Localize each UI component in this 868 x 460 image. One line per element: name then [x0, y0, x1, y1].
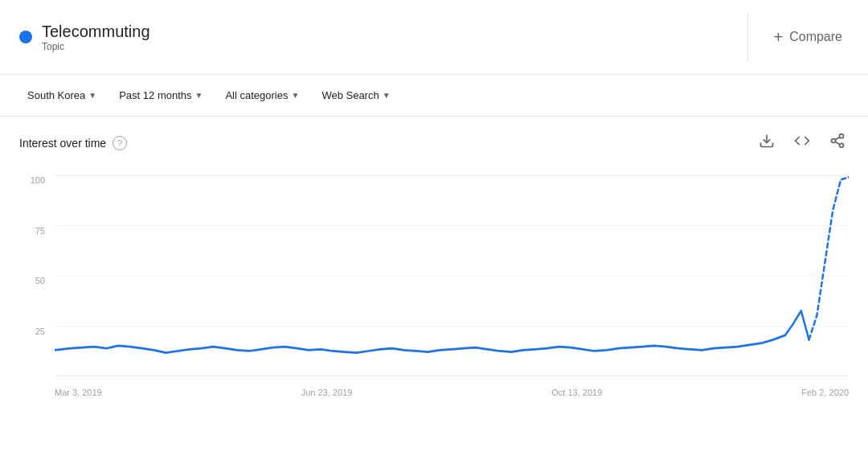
topic-title: Telecommuting [42, 23, 150, 41]
header: Telecommuting Topic + Compare [0, 0, 868, 75]
x-label-oct: Oct 13, 2019 [551, 388, 602, 397]
topic-info: Telecommuting Topic [42, 23, 150, 52]
topic-section: Telecommuting Topic [19, 23, 728, 52]
region-label: South Korea [27, 89, 85, 101]
y-label-25: 25 [35, 327, 45, 336]
search-type-chevron-icon: ▼ [383, 91, 391, 100]
compare-label: Compare [789, 30, 842, 44]
x-label-feb: Feb 2, 2020 [801, 388, 849, 397]
compare-button[interactable]: + Compare [768, 22, 850, 53]
category-label: All categories [225, 89, 288, 101]
svg-line-5 [835, 137, 840, 139]
y-label-100: 100 [31, 175, 45, 185]
category-filter[interactable]: All categories ▼ [217, 84, 307, 106]
chart-header: Interest over time ? [19, 129, 849, 156]
time-range-filter[interactable]: Past 12 months ▼ [111, 84, 211, 106]
region-filter[interactable]: South Korea ▼ [19, 84, 104, 106]
x-axis: Mar 3, 2019 Jun 23, 2019 Oct 13, 2019 Fe… [55, 384, 849, 400]
help-icon[interactable]: ? [113, 136, 127, 150]
y-label-75: 75 [35, 226, 45, 236]
topic-subtitle: Topic [42, 41, 150, 52]
download-button[interactable] [755, 129, 778, 156]
share-button[interactable] [826, 129, 849, 156]
svg-point-1 [840, 134, 844, 138]
svg-line-4 [835, 142, 840, 144]
chart-section: Interest over time ? [0, 117, 868, 400]
search-type-label: Web Search [321, 89, 379, 101]
chart-container: 100 75 50 25 Mar 3, 2019 J [19, 175, 849, 400]
time-chevron-icon: ▼ [195, 91, 203, 100]
chart-title-group: Interest over time ? [19, 136, 127, 150]
plus-icon: + [774, 28, 784, 47]
region-chevron-icon: ▼ [88, 91, 96, 100]
topic-color-dot [19, 31, 32, 43]
time-range-label: Past 12 months [119, 89, 191, 101]
help-label: ? [117, 138, 122, 148]
x-label-mar: Mar 3, 2019 [55, 388, 102, 397]
embed-button[interactable] [791, 129, 813, 156]
y-label-50: 50 [35, 276, 45, 285]
chart-title: Interest over time [19, 137, 106, 150]
y-axis: 100 75 50 25 [19, 175, 51, 376]
chart-actions [755, 129, 849, 156]
header-divider [747, 13, 748, 61]
trend-chart [55, 175, 849, 376]
svg-point-3 [840, 143, 844, 147]
category-chevron-icon: ▼ [291, 91, 299, 100]
chart-plot-area [55, 175, 849, 376]
x-label-jun: Jun 23, 2019 [301, 388, 353, 397]
svg-point-2 [832, 139, 836, 143]
search-type-filter[interactable]: Web Search ▼ [313, 84, 398, 106]
filters-bar: South Korea ▼ Past 12 months ▼ All categ… [0, 75, 868, 117]
